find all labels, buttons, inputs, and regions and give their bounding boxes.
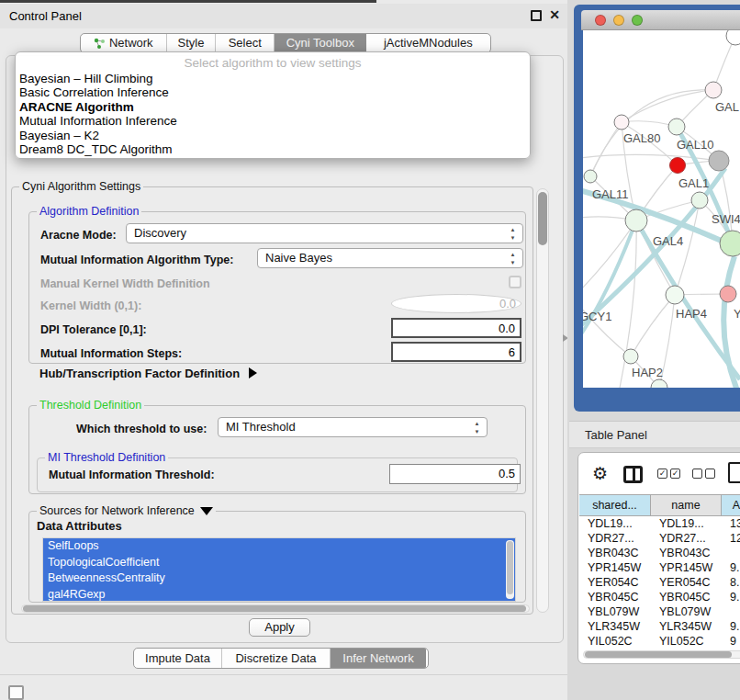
table-row[interactable]: YBL079WYBL079W (579, 604, 740, 619)
table-row[interactable]: YER054CYER054C8. (579, 575, 740, 590)
settings-vscrollbar[interactable] (536, 188, 549, 613)
node-label: HAP4 (676, 307, 707, 321)
minimized-panel-icon[interactable] (8, 685, 24, 700)
unchecked-checkbox-icon[interactable] (705, 469, 715, 479)
apply-button[interactable]: Apply (249, 618, 310, 637)
mac-zoom-button[interactable] (632, 15, 643, 26)
attribute-list-item[interactable]: TopologicalCoefficient (43, 555, 515, 571)
network-node[interactable] (705, 82, 722, 98)
dpi-tolerance-input[interactable]: 0.0 (391, 318, 521, 338)
table-cell: YER054C (579, 575, 651, 590)
network-node[interactable] (720, 286, 736, 302)
table-row[interactable]: YBR043CYBR043C (579, 546, 740, 560)
mac-close-button[interactable] (595, 15, 606, 26)
tab-jactivemnodules[interactable]: jActiveMNodules (366, 34, 490, 52)
hub-definition-toggle[interactable]: Hub/Transcription Factor Definition (39, 367, 257, 380)
tab-discretize-data[interactable]: Discretize Data (222, 649, 331, 668)
network-edge-thick[interactable] (723, 256, 737, 388)
settings-hscrollbar-thumb[interactable] (23, 605, 526, 612)
network-node[interactable] (614, 115, 629, 130)
table-row[interactable]: YDL19...YDL19...13 (579, 516, 740, 531)
tab-cyni-toolbox[interactable]: Cyni Toolbox (275, 34, 366, 52)
settings-vscrollbar-thumb[interactable] (538, 192, 547, 245)
mi-steps-label: Mutual Information Steps: (40, 347, 182, 360)
attribute-list-item[interactable]: gal4RGexp (43, 587, 515, 603)
panel-divider (0, 674, 567, 675)
checked-checkbox-icon[interactable]: ✓ (657, 469, 667, 479)
algorithm-definition-title: Algorithm Definition (37, 205, 141, 218)
gear-icon[interactable]: ⚙ (592, 463, 608, 483)
table-cell (722, 604, 740, 619)
table-column-header[interactable]: A (722, 494, 740, 516)
network-node[interactable] (726, 30, 740, 45)
table-row[interactable]: YPR145WYPR145W9. (579, 560, 740, 575)
manual-kernel-checkbox[interactable] (509, 276, 521, 288)
list-scrollbar[interactable] (506, 540, 514, 599)
network-edge[interactable] (583, 297, 631, 356)
table-hscrollbar[interactable] (583, 650, 740, 659)
mi-type-select[interactable]: Naive Bayes ▲▼ (257, 248, 523, 268)
table-row[interactable]: YBR045CYBR045C9. (579, 590, 740, 604)
table-hscrollbar-thumb[interactable] (585, 651, 732, 658)
network-node[interactable] (625, 209, 647, 231)
control-panel-tabbar: NetworkStyleSelectCyni ToolboxjActiveMNo… (80, 33, 491, 53)
tab-network[interactable]: Network (81, 34, 167, 52)
network-node[interactable] (691, 192, 708, 209)
table-row[interactable]: YLR345WYLR345W9. (579, 619, 740, 634)
data-attributes-list[interactable]: SelfLoopsTopologicalCoefficientBetweenne… (42, 537, 516, 602)
attribute-list-item[interactable]: SelfLoops (43, 538, 515, 555)
mi-threshold-label: Mutual Information Threshold: (49, 469, 215, 481)
network-node[interactable] (666, 286, 684, 304)
which-threshold-select[interactable]: MI Threshold ▲▼ (218, 417, 488, 437)
close-panel-icon[interactable]: ✕ (549, 7, 560, 22)
table-row[interactable]: YIL052CYIL052C9 (579, 634, 740, 645)
node-label: GAL4 (653, 234, 683, 248)
aracne-mode-select[interactable]: Discovery ▲▼ (126, 223, 523, 243)
dropdown-item[interactable]: Dream8 DC_TDC Algorithm (17, 142, 528, 156)
table-column-header[interactable]: name (651, 494, 722, 516)
node-label: SWI4 (712, 212, 740, 226)
tab-select[interactable]: Select (216, 34, 275, 52)
table-panel-title: Table Panel (585, 428, 647, 442)
network-window-titlebar[interactable] (581, 10, 740, 30)
attribute-list-item[interactable]: BetweennessCentrality (43, 570, 515, 587)
float-panel-icon[interactable] (531, 10, 542, 21)
columns-icon[interactable] (623, 466, 643, 483)
dropdown-item[interactable]: ARACNE Algorithm (17, 100, 528, 114)
network-node[interactable] (720, 231, 740, 256)
tab-label: Cyni Toolbox (286, 34, 354, 52)
tab-impute-data[interactable]: Impute Data (134, 649, 222, 668)
window-top-border (0, 0, 376, 3)
network-node[interactable] (623, 349, 638, 364)
dropdown-item[interactable]: Bayesian – Hill Climbing (17, 72, 528, 85)
tab-style[interactable]: Style (167, 34, 217, 52)
tab-label: jActiveMNodules (384, 34, 473, 52)
network-edge[interactable] (590, 122, 622, 176)
table-row[interactable]: YDR27...YDR27...12 (579, 531, 740, 546)
network-node[interactable] (670, 158, 686, 174)
mi-threshold-input[interactable]: 0.5 (389, 464, 521, 484)
dropdown-item[interactable]: Basic Correlation Inference (17, 85, 528, 99)
kernel-width-input[interactable]: 0.0 (391, 294, 521, 313)
network-node[interactable] (584, 170, 597, 183)
tab-infer-network[interactable]: Infer Network (331, 649, 426, 668)
network-node[interactable] (668, 119, 685, 135)
network-canvas[interactable]: GALGAL80GAL10GAL1GAL11SWI4GAL4HAP4YGCY1H… (583, 30, 740, 388)
network-node[interactable] (709, 151, 729, 171)
checked-checkbox-icon[interactable]: ✓ (670, 469, 680, 479)
network-edge[interactable] (583, 154, 719, 161)
which-threshold-label: Which threshold to use: (76, 423, 207, 435)
mac-minimize-button[interactable] (613, 15, 624, 26)
aracne-mode-label: Aracne Mode: (40, 229, 117, 242)
network-edge[interactable] (622, 90, 713, 122)
dropdown-item[interactable]: Bayesian – K2 (17, 129, 528, 142)
document-icon[interactable] (728, 462, 740, 483)
unchecked-checkbox-icon[interactable] (692, 469, 702, 479)
tab-label: Discretize Data (235, 649, 316, 668)
dropdown-item[interactable]: Mutual Information Inference (17, 114, 528, 128)
cyni-algorithm-settings-group: Cyni Algorithm Settings Algorithm Defini… (11, 186, 533, 615)
table-column-header[interactable]: shared... (579, 494, 651, 516)
settings-hscrollbar[interactable] (21, 604, 530, 613)
list-scrollbar-thumb[interactable] (507, 541, 513, 594)
mi-steps-input[interactable]: 6 (391, 342, 521, 362)
